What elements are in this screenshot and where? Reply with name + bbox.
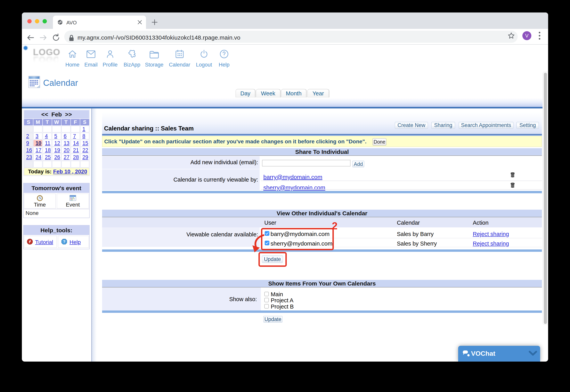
svg-text:?: ?: [63, 239, 65, 244]
